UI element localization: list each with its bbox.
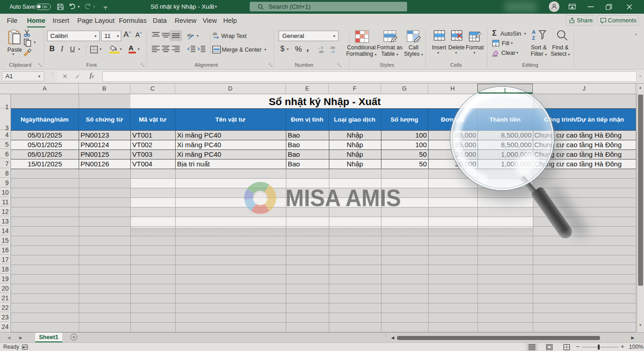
svg-text:.00: .00 xyxy=(330,46,335,50)
svg-text:.00: .00 xyxy=(318,50,324,54)
svg-text:ab: ab xyxy=(213,32,217,36)
svg-text:A: A xyxy=(532,29,536,35)
svg-text:←0: ←0 xyxy=(317,46,323,50)
svg-text:Z: Z xyxy=(532,35,535,41)
svg-text:→0: →0 xyxy=(329,50,335,54)
